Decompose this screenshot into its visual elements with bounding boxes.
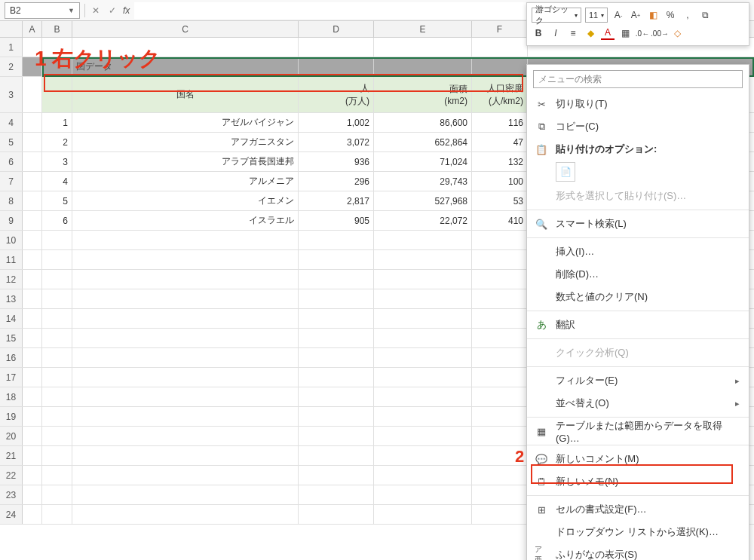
cell[interactable]	[472, 427, 528, 445]
font-color-icon[interactable]: A	[601, 26, 615, 40]
cell[interactable]	[299, 407, 374, 426]
format-painter-icon[interactable]: ◧	[646, 8, 660, 22]
cell[interactable]	[23, 231, 42, 249]
menu-copy[interactable]: ⧉ コピー(C)	[527, 115, 749, 138]
cell-pop[interactable]: 1,002	[299, 113, 374, 132]
cell[interactable]	[299, 368, 374, 387]
cell[interactable]	[374, 309, 472, 328]
enter-icon[interactable]: ✓	[106, 5, 118, 16]
cell[interactable]	[72, 329, 299, 347]
cell[interactable]	[299, 289, 374, 308]
row-header[interactable]: 21	[0, 446, 23, 465]
cell-index[interactable]: 6	[42, 211, 72, 230]
row-header[interactable]: 24	[0, 505, 23, 524]
select-all-corner[interactable]	[0, 21, 23, 37]
cell[interactable]	[42, 38, 72, 57]
header-pop[interactable]: 人 (万人)	[299, 77, 374, 112]
cell[interactable]	[299, 505, 374, 524]
cell[interactable]	[42, 77, 72, 112]
cell-index[interactable]: 4	[42, 172, 72, 191]
cell[interactable]	[23, 133, 42, 151]
cell[interactable]	[72, 368, 299, 387]
cell[interactable]	[374, 231, 472, 249]
cell-country[interactable]: アゼルバイジャン	[72, 113, 299, 132]
cell[interactable]	[72, 270, 299, 289]
cell[interactable]	[472, 505, 528, 524]
cell[interactable]	[72, 231, 299, 249]
cell-index[interactable]: 3	[42, 152, 72, 171]
menu-new-comment[interactable]: 💬 新しいコメント(M)	[527, 448, 749, 470]
cell[interactable]	[23, 211, 42, 230]
cell[interactable]	[472, 387, 528, 406]
cell-area[interactable]: 22,072	[374, 211, 472, 230]
col-header-E[interactable]: E	[374, 21, 472, 37]
cell[interactable]	[299, 250, 374, 269]
cell[interactable]	[42, 231, 72, 249]
cell[interactable]	[374, 505, 472, 524]
cell[interactable]	[374, 348, 472, 367]
row-header[interactable]: 18	[0, 387, 23, 406]
cell[interactable]	[72, 250, 299, 269]
cell[interactable]	[23, 348, 42, 367]
cell[interactable]	[299, 446, 374, 465]
cell[interactable]	[374, 250, 472, 269]
cell[interactable]	[299, 329, 374, 347]
cell[interactable]	[42, 368, 72, 387]
cell[interactable]	[23, 250, 42, 269]
cell[interactable]	[23, 113, 42, 132]
cell[interactable]	[472, 466, 528, 485]
cell-pop[interactable]: 2,817	[299, 191, 374, 210]
merge-icon[interactable]: ⧉	[698, 8, 712, 22]
menu-clear[interactable]: 数式と値のクリア(N)	[527, 286, 749, 308]
cell-area[interactable]: 71,024	[374, 152, 472, 171]
row-header[interactable]: 17	[0, 368, 23, 387]
cancel-icon[interactable]: ✕	[90, 5, 102, 16]
cell-density[interactable]: 410	[472, 211, 528, 230]
menu-sort[interactable]: 並べ替え(O) ▸	[527, 392, 749, 415]
row-header[interactable]: 19	[0, 407, 23, 426]
cell[interactable]	[72, 387, 299, 406]
cell[interactable]	[299, 231, 374, 249]
cell-country[interactable]: イエメン	[72, 191, 299, 210]
italic-button[interactable]: I	[549, 26, 562, 40]
cell[interactable]	[42, 407, 72, 426]
cell[interactable]	[23, 368, 42, 387]
decrease-decimal-icon[interactable]: .0←	[636, 26, 649, 40]
cell[interactable]	[42, 309, 72, 328]
cell[interactable]	[72, 407, 299, 426]
row-header[interactable]: 20	[0, 427, 23, 445]
row-header[interactable]: 23	[0, 485, 23, 504]
name-box[interactable]: B2 ▼	[5, 2, 80, 19]
cell[interactable]	[23, 77, 42, 112]
cell-pop[interactable]: 905	[299, 211, 374, 230]
cell-area[interactable]: 527,968	[374, 191, 472, 210]
row-header[interactable]: 15	[0, 329, 23, 347]
cell[interactable]	[23, 485, 42, 504]
cell[interactable]	[23, 446, 42, 465]
cell[interactable]	[472, 57, 528, 76]
col-header-B[interactable]: B	[42, 21, 72, 37]
cell-index[interactable]: 2	[42, 133, 72, 151]
cell[interactable]	[299, 270, 374, 289]
cell[interactable]	[472, 38, 528, 57]
cell[interactable]	[472, 407, 528, 426]
cell[interactable]	[23, 387, 42, 406]
menu-search-input[interactable]: メニューの検索	[533, 70, 743, 88]
row-header[interactable]: 2	[0, 57, 23, 76]
cell[interactable]	[374, 270, 472, 289]
header-density[interactable]: 人口密度 (人/km2)	[472, 77, 528, 112]
col-header-F[interactable]: F	[472, 21, 528, 37]
cell[interactable]	[72, 289, 299, 308]
cell-pop[interactable]: 936	[299, 152, 374, 171]
cell[interactable]	[23, 270, 42, 289]
cell[interactable]	[42, 270, 72, 289]
row-header[interactable]: 7	[0, 172, 23, 191]
increase-decimal-icon[interactable]: .00→	[653, 26, 667, 40]
cell[interactable]	[374, 407, 472, 426]
cell[interactable]	[72, 427, 299, 445]
cell[interactable]	[23, 309, 42, 328]
cell[interactable]	[374, 387, 472, 406]
header-area[interactable]: 面積 (km2)	[374, 77, 472, 112]
row-header[interactable]: 12	[0, 270, 23, 289]
decrease-font-icon[interactable]: A-	[611, 8, 625, 22]
